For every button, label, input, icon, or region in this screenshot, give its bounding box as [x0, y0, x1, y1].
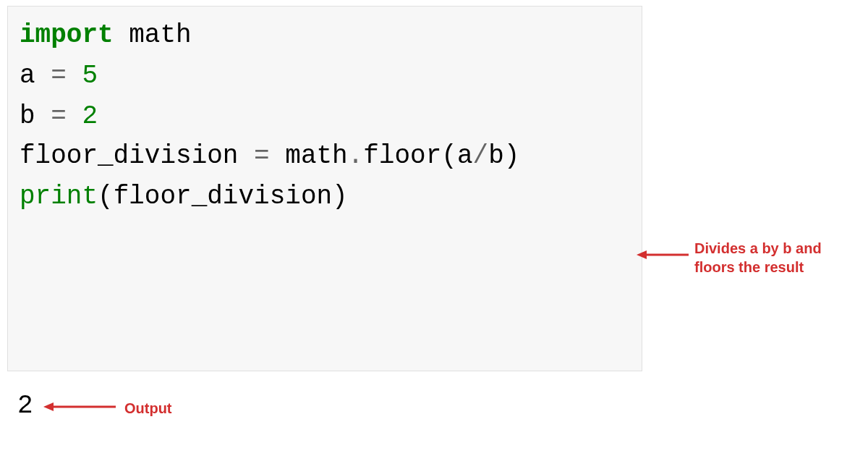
- op-equals-2: =: [51, 101, 67, 131]
- code-block: import math a = 5 b = 2 floor_division =…: [7, 6, 642, 371]
- print-args: (floor_division): [98, 182, 348, 211]
- op-slash: /: [473, 141, 489, 171]
- svg-marker-3: [43, 402, 54, 411]
- keyword-import: import: [20, 20, 114, 50]
- tok-b-close: b): [488, 141, 519, 171]
- code-line-8: print(floor_division): [20, 177, 630, 217]
- annotation-divides: Divides a by b and floors the result: [694, 239, 854, 276]
- output-value: 2: [17, 391, 33, 421]
- var-b: b: [20, 101, 51, 131]
- module-math: math: [114, 20, 192, 50]
- tok-floor-call: floor(a: [363, 141, 472, 171]
- code-line-1: import math: [20, 15, 630, 56]
- builtin-print: print: [20, 182, 98, 211]
- annotation-output: Output: [124, 399, 172, 418]
- num-5: 5: [67, 61, 98, 90]
- tok-math: math: [270, 141, 348, 171]
- arrow-icon-1: [637, 250, 689, 260]
- op-equals-3: =: [254, 141, 270, 171]
- code-line-6: floor_division = math.floor(a/b): [20, 136, 630, 177]
- num-2: 2: [67, 101, 98, 131]
- op-equals-1: =: [51, 61, 67, 90]
- var-floor-division: floor_division: [20, 141, 254, 171]
- arrow-icon-2: [43, 402, 116, 412]
- op-dot: .: [348, 141, 364, 171]
- code-line-4: b = 2: [20, 96, 630, 137]
- code-line-3: a = 5: [20, 56, 630, 96]
- var-a: a: [20, 61, 51, 90]
